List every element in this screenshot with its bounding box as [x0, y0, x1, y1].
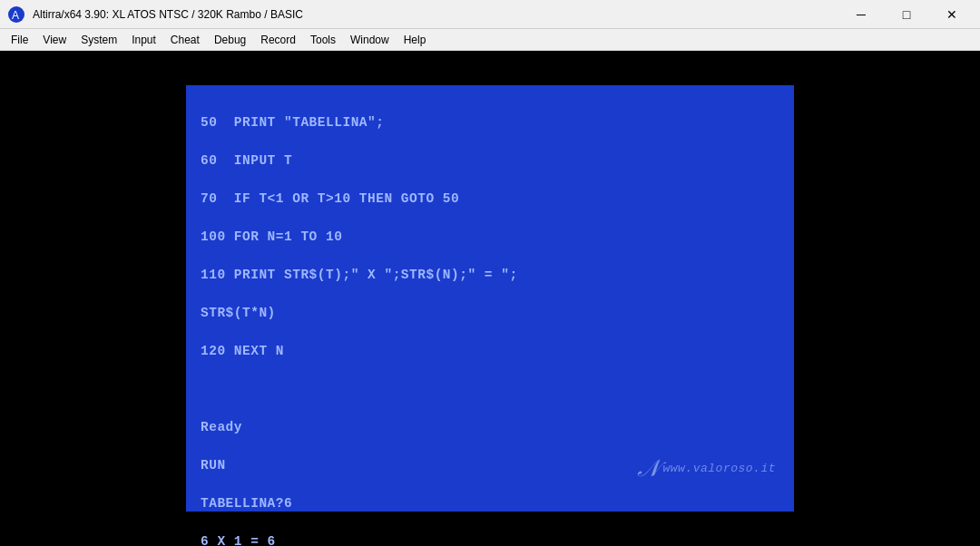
atari-screen: 50 PRINT "TABELLINA"; 60 INPUT T 70 IF T… — [186, 85, 794, 512]
window-title: Altirra/x64 3.90: XL ATOS NTSC / 320K Ra… — [33, 8, 303, 21]
menu-system[interactable]: System — [74, 32, 124, 48]
screen-line-4: 100 FOR N=1 TO 10 — [201, 229, 342, 244]
minimize-button[interactable]: ─ — [840, 0, 882, 29]
menu-view[interactable]: View — [35, 32, 74, 48]
screen-line-2: 60 INPUT T — [201, 153, 292, 168]
screen-line-11: TABELLINA?6 — [201, 496, 292, 511]
close-button[interactable]: ✕ — [931, 0, 973, 29]
main-area: 50 PRINT "TABELLINA"; 60 INPUT T 70 IF T… — [0, 51, 980, 546]
screen-line-5: 110 PRINT STR$(T);" X ";STR$(N);" = "; — [201, 268, 518, 282]
screen-line-6: STR$(T*N) — [201, 306, 276, 320]
menu-tools[interactable]: Tools — [303, 32, 343, 48]
screen-line-10: RUN — [201, 458, 226, 473]
title-bar-left: A Altirra/x64 3.90: XL ATOS NTSC / 320K … — [7, 5, 303, 24]
watermark: 𝒩 www.valoroso.it — [638, 452, 776, 486]
watermark-logo: 𝒩 — [638, 452, 658, 486]
app-icon: A — [7, 5, 25, 24]
screen-line-9: Ready — [201, 420, 242, 434]
menu-record[interactable]: Record — [253, 32, 303, 48]
menu-help[interactable]: Help — [397, 32, 434, 48]
screen-line-7: 120 NEXT N — [201, 344, 284, 358]
menu-input[interactable]: Input — [124, 32, 163, 48]
screen-line-1: 50 PRINT "TABELLINA"; — [201, 115, 384, 130]
maximize-button[interactable]: □ — [886, 0, 927, 29]
menu-bar: File View System Input Cheat Debug Recor… — [0, 29, 980, 51]
screen-line-3: 70 IF T<1 OR T>10 THEN GOTO 50 — [201, 191, 459, 206]
title-bar: A Altirra/x64 3.90: XL ATOS NTSC / 320K … — [0, 0, 980, 29]
watermark-text: www.valoroso.it — [662, 461, 776, 478]
menu-window[interactable]: Window — [343, 32, 397, 48]
title-bar-controls: ─ □ ✕ — [840, 0, 973, 29]
svg-text:A: A — [12, 9, 19, 22]
menu-debug[interactable]: Debug — [207, 32, 253, 48]
screen-line-12: 6 X 1 = 6 — [201, 534, 276, 546]
menu-cheat[interactable]: Cheat — [163, 32, 207, 48]
menu-file[interactable]: File — [4, 32, 35, 48]
